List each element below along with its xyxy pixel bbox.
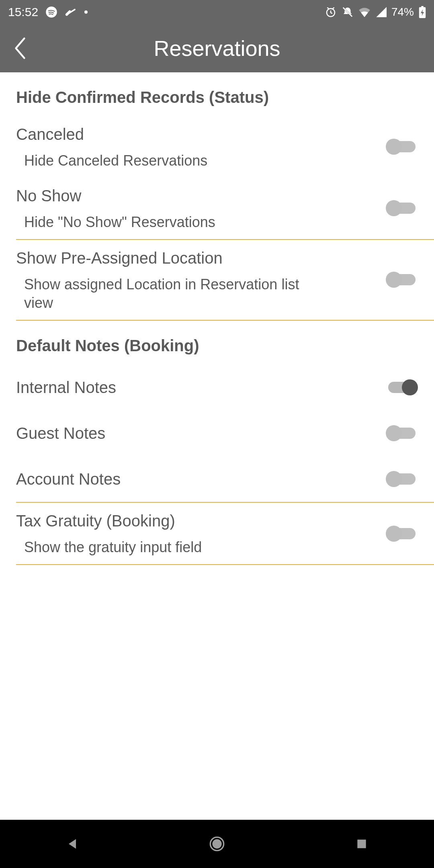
app-bar: Reservations [0, 24, 434, 72]
noshow-sub: Hide "No Show" Reservations [16, 207, 313, 232]
cell-signal-icon [375, 7, 387, 17]
noshow-text: No Show Hide "No Show" Reservations [16, 185, 386, 232]
canceled-sub: Hide Canceled Reservations [16, 145, 313, 170]
guest-notes-row[interactable]: Guest Notes [0, 410, 434, 456]
status-left: 15:52 [8, 5, 88, 19]
internal-notes-toggle[interactable] [386, 378, 418, 397]
canceled-text: Canceled Hide Canceled Reservations [16, 123, 386, 170]
svg-point-6 [212, 839, 221, 848]
nav-back-button[interactable] [60, 832, 84, 856]
svg-point-1 [84, 10, 88, 14]
account-notes-toggle[interactable] [386, 469, 418, 489]
triangle-back-icon [65, 837, 80, 851]
battery-charging-icon [419, 6, 426, 18]
noshow-toggle[interactable] [386, 199, 418, 218]
svg-rect-4 [421, 6, 423, 7]
wifi-icon [358, 7, 371, 17]
hide-confirmed-header: Hide Confirmed Records (Status) [0, 72, 434, 116]
dnd-icon [342, 6, 354, 18]
preassigned-sub: Show assigned Location in Reservation li… [16, 269, 313, 313]
preassigned-toggle[interactable] [386, 270, 418, 289]
guest-notes-title: Guest Notes [16, 422, 376, 444]
battery-percent: 74% [391, 6, 414, 18]
internal-notes-title: Internal Notes [16, 377, 376, 398]
preassigned-text: Show Pre-Assigned Location Show assigned… [16, 247, 386, 313]
dot-icon [84, 10, 88, 14]
preassigned-title: Show Pre-Assigned Location [16, 247, 376, 269]
canceled-row[interactable]: Canceled Hide Canceled Reservations [0, 116, 434, 178]
android-status-bar: 15:52 74% [0, 0, 434, 24]
divider [16, 564, 434, 565]
account-notes-row[interactable]: Account Notes [0, 456, 434, 502]
nav-home-button[interactable] [205, 832, 229, 856]
page-title: Reservations [154, 36, 280, 61]
canceled-toggle[interactable] [386, 137, 418, 156]
android-nav-bar [0, 820, 434, 868]
chevron-left-icon [12, 37, 28, 59]
settings-content: Hide Confirmed Records (Status) Canceled… [0, 72, 434, 565]
alarm-icon [325, 6, 337, 18]
tax-gratuity-title: Tax Gratuity (Booking) [16, 510, 376, 532]
status-right: 74% [325, 6, 426, 18]
guest-notes-toggle[interactable] [386, 424, 418, 443]
square-recent-icon [355, 837, 368, 850]
canceled-title: Canceled [16, 123, 376, 145]
default-notes-header: Default Notes (Booking) [0, 321, 434, 364]
tax-gratuity-toggle[interactable] [386, 524, 418, 543]
account-notes-title: Account Notes [16, 468, 376, 490]
noshow-title: No Show [16, 185, 376, 207]
tax-gratuity-text: Tax Gratuity (Booking) Show the gratuity… [16, 510, 386, 557]
tax-gratuity-sub: Show the gratuity input field [16, 532, 313, 557]
spotify-icon [45, 6, 57, 18]
circle-home-icon [209, 836, 225, 852]
preassigned-row[interactable]: Show Pre-Assigned Location Show assigned… [0, 240, 434, 320]
status-time: 15:52 [8, 5, 38, 19]
nav-recent-button[interactable] [350, 832, 374, 856]
back-button[interactable] [8, 36, 32, 60]
svg-rect-7 [357, 839, 366, 848]
tax-gratuity-row[interactable]: Tax Gratuity (Booking) Show the gratuity… [0, 503, 434, 564]
internal-notes-row[interactable]: Internal Notes [0, 364, 434, 410]
status-icon [65, 6, 77, 18]
noshow-row[interactable]: No Show Hide "No Show" Reservations [0, 178, 434, 239]
